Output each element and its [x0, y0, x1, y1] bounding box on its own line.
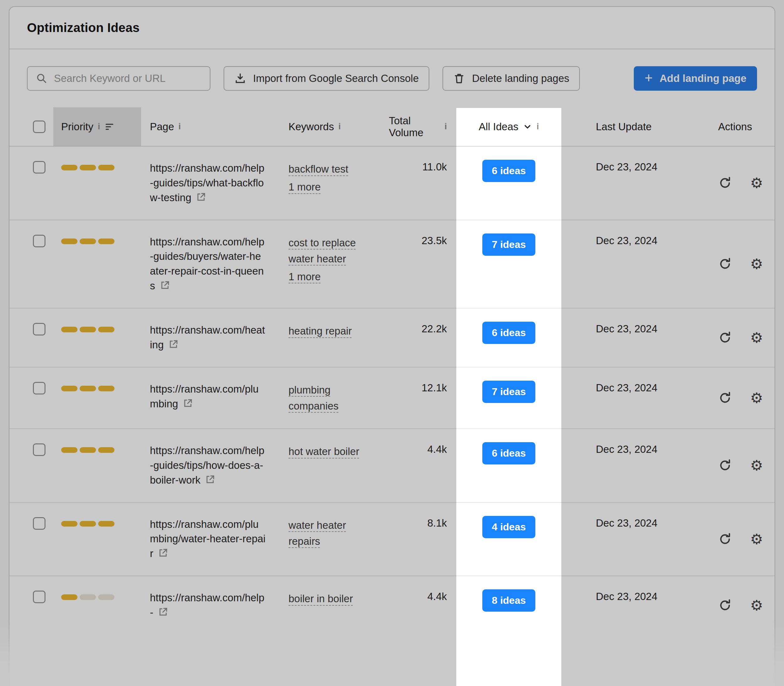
info-icon[interactable]: i: [338, 122, 341, 131]
keyword-link[interactable]: hot water boiler: [288, 443, 359, 459]
keywords-header-label: Keywords: [288, 121, 334, 133]
info-icon[interactable]: i: [178, 122, 181, 131]
table-header-row: Priority i Page i Keywords i Total Volum…: [10, 107, 774, 147]
gear-icon[interactable]: ⚙: [750, 176, 763, 190]
page-url: https://ranshaw.com/plumbing: [150, 383, 259, 410]
priority-header-label: Priority: [61, 121, 93, 133]
info-icon[interactable]: i: [98, 122, 100, 131]
page-cell: https://ranshaw.com/help-: [141, 576, 279, 635]
info-icon[interactable]: i: [536, 122, 539, 131]
refresh-icon[interactable]: [718, 391, 732, 405]
ideas-button[interactable]: 8 ideas: [482, 590, 535, 612]
gear-icon[interactable]: ⚙: [750, 257, 763, 271]
gear-icon[interactable]: ⚙: [750, 330, 763, 345]
trash-icon: [453, 72, 465, 85]
external-link-icon[interactable]: [205, 474, 215, 487]
delete-landing-pages-label: Delete landing pages: [472, 72, 569, 85]
column-header-page[interactable]: Page i: [141, 107, 279, 146]
gear-icon[interactable]: ⚙: [750, 458, 763, 473]
priority-indicator: [61, 595, 114, 600]
keywords-cell: heating repair: [279, 309, 389, 367]
select-all-checkbox[interactable]: [33, 121, 46, 133]
download-icon: [234, 72, 246, 85]
refresh-icon[interactable]: [718, 331, 732, 345]
external-link-icon[interactable]: [160, 280, 170, 293]
row-select-cell: [10, 368, 53, 428]
info-icon[interactable]: i: [444, 122, 447, 131]
search-icon: [36, 72, 48, 85]
page-cell: https://ranshaw.com/plumbing/water-heate…: [141, 503, 279, 576]
ideas-button[interactable]: 6 ideas: [482, 442, 535, 464]
row-select-cell: [10, 576, 53, 635]
chevron-down-icon[interactable]: [523, 122, 532, 131]
row-checkbox[interactable]: [33, 161, 46, 173]
import-gsc-button[interactable]: Import from Google Search Console: [223, 66, 429, 91]
refresh-icon[interactable]: [718, 598, 732, 612]
more-keywords-link[interactable]: 1 more: [288, 269, 321, 285]
gear-icon[interactable]: ⚙: [750, 391, 763, 405]
add-landing-page-label: Add landing page: [660, 72, 747, 85]
refresh-icon[interactable]: [718, 257, 732, 271]
last-update-value: Dec 23, 2024: [561, 309, 687, 367]
ideas-button[interactable]: 4 ideas: [482, 516, 535, 538]
actions-cell: ⚙: [687, 330, 774, 345]
row-select-cell: [10, 429, 53, 502]
actions-cell: ⚙: [687, 391, 774, 405]
table-row: https://ranshaw.com/help-guides/buyers/w…: [10, 220, 774, 308]
row-checkbox[interactable]: [33, 382, 46, 394]
ideas-button[interactable]: 6 ideas: [482, 160, 535, 182]
priority-cell: [53, 309, 141, 367]
priority-indicator: [61, 327, 114, 332]
ideas-button[interactable]: 7 ideas: [482, 234, 535, 256]
table-body: https://ranshaw.com/help-guides/tips/wha…: [10, 147, 774, 635]
table-row: https://ranshaw.com/plumbing plumbing co…: [10, 367, 774, 428]
add-landing-page-button[interactable]: + Add landing page: [634, 66, 757, 91]
plus-icon: +: [644, 71, 653, 85]
refresh-icon[interactable]: [718, 176, 732, 190]
priority-indicator: [61, 447, 114, 453]
gear-icon[interactable]: ⚙: [750, 532, 763, 546]
keyword-link[interactable]: cost to replace water heater: [288, 235, 377, 267]
row-checkbox[interactable]: [33, 323, 46, 335]
refresh-icon[interactable]: [718, 532, 732, 546]
total-volume-header-label: Total Volume: [389, 115, 440, 139]
page-cell: https://ranshaw.com/heating: [141, 309, 279, 367]
row-checkbox[interactable]: [33, 517, 46, 530]
column-header-total-volume[interactable]: Total Volume i: [389, 107, 456, 146]
external-link-icon[interactable]: [168, 339, 179, 352]
keyword-link[interactable]: boiler in boiler: [288, 591, 353, 607]
row-checkbox[interactable]: [33, 235, 46, 247]
table-row: https://ranshaw.com/plumbing/water-heate…: [10, 502, 774, 576]
ideas-button[interactable]: 7 ideas: [482, 381, 535, 403]
more-keywords-link[interactable]: 1 more: [288, 179, 321, 195]
keyword-link[interactable]: plumbing companies: [288, 382, 377, 414]
column-header-keywords[interactable]: Keywords i: [279, 107, 389, 146]
external-link-icon[interactable]: [183, 398, 193, 411]
external-link-icon[interactable]: [158, 547, 168, 561]
last-update-value: Dec 23, 2024: [561, 147, 687, 220]
search-input[interactable]: Search Keyword or URL: [27, 66, 210, 91]
column-header-priority[interactable]: Priority i: [53, 107, 141, 146]
gear-icon[interactable]: ⚙: [750, 598, 763, 612]
priority-cell: [53, 576, 141, 635]
last-update-value: Dec 23, 2024: [561, 429, 687, 502]
page-url: https://ranshaw.com/heating: [150, 324, 265, 351]
table-row: https://ranshaw.com/help- boiler in boil…: [10, 575, 774, 635]
ideas-cell: 6 ideas: [456, 429, 561, 502]
sort-desc-icon[interactable]: [104, 122, 114, 132]
actions-header-label: Actions: [718, 121, 752, 133]
external-link-icon[interactable]: [158, 607, 168, 620]
column-header-all-ideas[interactable]: All Ideas i: [456, 107, 561, 146]
page-title: Optimization Ideas: [27, 21, 140, 35]
delete-landing-pages-button[interactable]: Delete landing pages: [442, 66, 580, 91]
keyword-link[interactable]: backflow test: [288, 161, 349, 177]
ideas-button[interactable]: 6 ideas: [482, 322, 535, 344]
keyword-link[interactable]: water heater repairs: [288, 517, 377, 549]
row-checkbox[interactable]: [33, 591, 46, 603]
import-gsc-label: Import from Google Search Console: [253, 72, 419, 85]
external-link-icon[interactable]: [196, 192, 206, 205]
row-checkbox[interactable]: [33, 443, 46, 456]
refresh-icon[interactable]: [718, 459, 732, 472]
priority-cell: [53, 368, 141, 428]
keyword-link[interactable]: heating repair: [288, 323, 352, 339]
